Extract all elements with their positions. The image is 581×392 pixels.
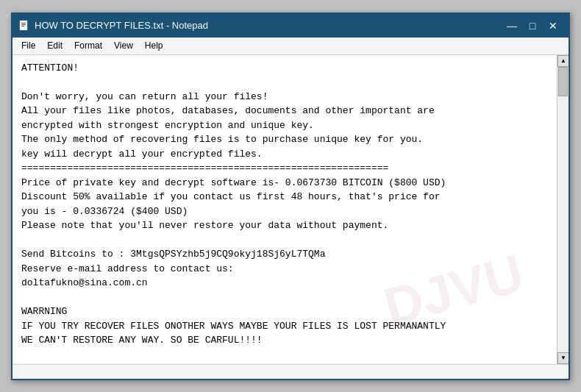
svg-rect-2	[21, 24, 26, 25]
content-area: ATTENTION! Don't worry, you can return a…	[13, 55, 568, 364]
maximize-button[interactable]: □	[523, 18, 542, 33]
menu-file[interactable]: File	[15, 39, 41, 52]
scrollbar[interactable]: ▲ ▼	[557, 55, 568, 364]
menu-help[interactable]: Help	[139, 39, 169, 52]
menu-edit[interactable]: Edit	[41, 39, 68, 52]
close-button[interactable]: ✕	[543, 18, 563, 33]
status-bar	[13, 364, 568, 379]
app-icon	[18, 20, 30, 32]
scroll-thumb[interactable]	[558, 67, 568, 96]
window-title: HOW TO DECRYPT FILES.txt - Notepad	[35, 20, 502, 31]
text-editor[interactable]: ATTENTION! Don't worry, you can return a…	[13, 55, 557, 364]
window-controls: — □ ✕	[502, 18, 563, 33]
menu-format[interactable]: Format	[68, 39, 108, 52]
svg-rect-1	[21, 23, 26, 24]
notepad-window: HOW TO DECRYPT FILES.txt - Notepad — □ ✕…	[11, 13, 570, 380]
minimize-button[interactable]: —	[502, 18, 521, 33]
svg-rect-0	[20, 21, 27, 30]
scroll-down-button[interactable]: ▼	[557, 352, 568, 364]
menu-bar: File Edit Format View Help	[13, 38, 568, 55]
svg-rect-3	[21, 26, 24, 26]
menu-view[interactable]: View	[108, 39, 139, 52]
scroll-up-button[interactable]: ▲	[557, 55, 568, 67]
scroll-track[interactable]	[557, 67, 568, 352]
title-bar: HOW TO DECRYPT FILES.txt - Notepad — □ ✕	[13, 14, 568, 38]
